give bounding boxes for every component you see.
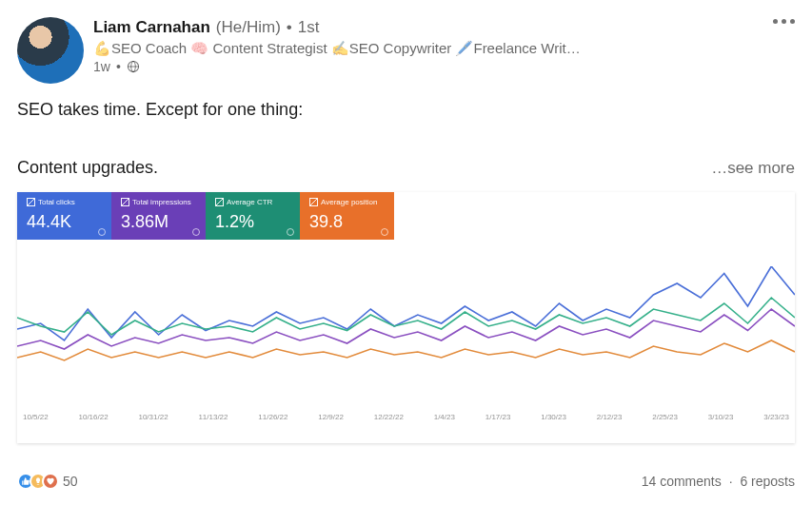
x-axis-tick-label: 3/23/23 bbox=[763, 413, 789, 421]
post-header: Liam Carnahan (He/Him) • 1st 💪SEO Coach … bbox=[17, 17, 795, 84]
info-icon bbox=[98, 228, 106, 236]
post-overflow-menu[interactable] bbox=[773, 19, 795, 24]
x-axis-tick-label: 11/13/22 bbox=[198, 413, 228, 421]
reactions-summary[interactable]: 50 bbox=[17, 473, 78, 490]
connection-degree: 1st bbox=[298, 17, 320, 38]
post-image-chart[interactable]: Total clicks 44.4K Total impressions 3.8… bbox=[17, 192, 795, 443]
post-text-line: SEO takes time. Except for one thing: bbox=[17, 97, 795, 123]
metric-total-clicks: Total clicks 44.4K bbox=[17, 192, 111, 240]
dot-separator: · bbox=[729, 474, 733, 489]
metric-label: Average position bbox=[309, 198, 385, 206]
metric-value: 44.4K bbox=[27, 212, 102, 232]
dot-separator: • bbox=[287, 17, 292, 38]
x-axis-tick-label: 12/22/22 bbox=[374, 413, 404, 421]
see-more-button[interactable]: …see more bbox=[711, 156, 795, 181]
x-axis-tick-label: 3/10/23 bbox=[708, 413, 734, 421]
social-activity-row: 50 14 comments · 6 reposts bbox=[17, 473, 795, 490]
x-axis-tick-label: 1/17/23 bbox=[485, 413, 511, 421]
reaction-love-icon bbox=[42, 473, 59, 490]
x-axis-tick-label: 1/30/23 bbox=[541, 413, 566, 421]
x-axis-tick-label: 11/26/22 bbox=[258, 413, 287, 421]
metric-label: Total clicks bbox=[27, 198, 102, 206]
metric-value: 1.2% bbox=[215, 212, 290, 232]
comments-count[interactable]: 14 comments bbox=[642, 474, 722, 489]
author-avatar[interactable] bbox=[17, 17, 84, 84]
author-name[interactable]: Liam Carnahan bbox=[93, 17, 210, 38]
info-icon bbox=[381, 228, 388, 236]
reaction-count: 50 bbox=[63, 474, 78, 489]
x-axis-tick-label: 1/4/23 bbox=[434, 413, 455, 421]
x-axis-tick-label: 10/16/22 bbox=[79, 413, 109, 421]
post-content: SEO takes time. Except for one thing: Co… bbox=[17, 97, 795, 181]
chart-series-line bbox=[17, 340, 795, 360]
x-axis-tick-label: 10/5/22 bbox=[23, 413, 49, 421]
visibility-public-icon bbox=[127, 60, 140, 73]
info-icon bbox=[287, 228, 294, 236]
metric-value: 3.86M bbox=[121, 212, 196, 232]
metric-average-ctr: Average CTR 1.2% bbox=[206, 192, 300, 240]
metric-label: Average CTR bbox=[215, 198, 290, 206]
post-age: 1w bbox=[93, 59, 110, 74]
dot-separator: • bbox=[116, 59, 121, 74]
info-icon bbox=[192, 228, 200, 236]
metric-label: Total impressions bbox=[121, 198, 196, 206]
x-axis-tick-label: 2/12/23 bbox=[597, 413, 623, 421]
gsc-metrics-row: Total clicks 44.4K Total impressions 3.8… bbox=[17, 192, 394, 240]
chart-series-line bbox=[17, 298, 795, 335]
x-axis-tick-label: 10/31/22 bbox=[138, 413, 168, 421]
gsc-line-chart: 10/5/2210/16/2210/31/2211/13/2211/26/221… bbox=[17, 266, 795, 437]
reposts-count[interactable]: 6 reposts bbox=[740, 474, 795, 489]
metric-total-impressions: Total impressions 3.86M bbox=[111, 192, 206, 240]
metric-value: 39.8 bbox=[309, 212, 385, 232]
post-text-line: Content upgrades. bbox=[17, 155, 158, 181]
chart-series-line bbox=[17, 266, 795, 340]
x-axis-tick-label: 2/25/23 bbox=[652, 413, 678, 421]
author-block: Liam Carnahan (He/Him) • 1st 💪SEO Coach … bbox=[93, 17, 795, 74]
author-pronoun: (He/Him) bbox=[216, 17, 281, 38]
x-axis-tick-label: 12/9/22 bbox=[318, 413, 344, 421]
author-headline: 💪SEO Coach 🧠 Content Strategist ✍️SEO Co… bbox=[93, 40, 722, 57]
metric-average-position: Average position 39.8 bbox=[300, 192, 394, 240]
reaction-icon-stack bbox=[17, 473, 59, 490]
